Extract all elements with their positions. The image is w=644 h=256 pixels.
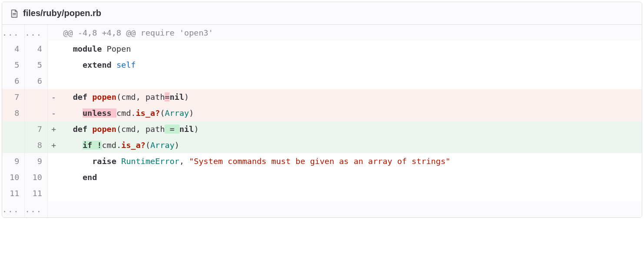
inline-diff-removed: unless — [83, 108, 116, 118]
keyword: raise — [92, 157, 116, 166]
text: ) — [194, 125, 199, 134]
diff-line-added: 7 + def popen(cmd, path = nil) — [2, 121, 642, 137]
old-line-number[interactable]: 6 — [2, 73, 25, 89]
new-line-number[interactable]: 8 — [25, 137, 47, 153]
keyword: unless — [83, 108, 112, 118]
text: ) — [175, 141, 179, 150]
method: is_a? — [136, 108, 160, 118]
new-line-number[interactable]: 9 — [25, 153, 47, 169]
new-line-number[interactable] — [25, 89, 47, 105]
inline-diff-added: if ! — [83, 141, 102, 150]
diff-line: 6 6 — [2, 73, 642, 89]
text: ) — [184, 92, 189, 102]
function-name: popen — [92, 125, 116, 134]
file-header[interactable]: files/ruby/popen.rb — [2, 2, 642, 25]
keyword: nil — [169, 92, 184, 102]
diff-table: ... ... @@ -4,8 +4,8 @@ require 'open3' … — [2, 25, 642, 217]
keyword: end — [83, 173, 97, 182]
string-literal: "System commands must be given as an arr… — [189, 157, 450, 166]
sign-cell: - — [47, 89, 57, 105]
old-line-number[interactable]: 11 — [2, 185, 25, 201]
text: (cmd, path — [116, 125, 165, 134]
expand-button[interactable]: ... — [25, 201, 47, 217]
old-line-number[interactable]: 7 — [2, 89, 25, 105]
diff-line: 11 11 — [2, 185, 642, 201]
text: (cmd, path — [116, 92, 165, 102]
new-line-number[interactable]: 4 — [25, 41, 47, 57]
keyword: nil — [179, 125, 194, 134]
old-line-number[interactable]: 8 — [2, 105, 25, 121]
new-line-number[interactable]: 11 — [25, 185, 47, 201]
text: . — [116, 141, 121, 150]
class-name: RuntimeError — [121, 157, 179, 166]
code-cell: extend self — [57, 57, 641, 73]
sign-cell — [47, 153, 57, 169]
new-line-number[interactable]: 5 — [25, 57, 47, 73]
code-cell — [57, 185, 641, 201]
diff-line: 4 4 module Popen — [2, 41, 642, 57]
class-name: Array — [150, 141, 175, 150]
hunk-header: @@ -4,8 +4,8 @@ require 'open3' — [57, 25, 641, 41]
sign-cell — [47, 25, 57, 41]
diff-line-added: 8 + if !cmd.is_a?(Array) — [2, 137, 642, 153]
new-line-number[interactable]: 6 — [25, 73, 47, 89]
keyword: if ! — [83, 141, 102, 150]
inline-diff-added: = — [165, 125, 179, 134]
keyword: extend — [83, 60, 112, 69]
class-name: Array — [165, 108, 189, 118]
text: cmd — [116, 108, 131, 118]
text: cmd — [102, 141, 116, 150]
diff-file: files/ruby/popen.rb ... ... @@ -4,8 +4,8… — [2, 2, 642, 218]
old-line-number[interactable]: 9 — [2, 153, 25, 169]
expand-button[interactable]: ... — [25, 25, 47, 41]
code-cell: if !cmd.is_a?(Array) — [57, 137, 641, 153]
old-line-number[interactable] — [2, 121, 25, 137]
keyword: module — [73, 44, 102, 53]
text: ( — [160, 108, 165, 118]
expand-button[interactable]: ... — [2, 201, 25, 217]
old-line-number[interactable]: 5 — [2, 57, 25, 73]
document-icon — [10, 9, 19, 18]
text: , — [179, 157, 189, 166]
old-line-number[interactable] — [2, 137, 25, 153]
expand-button[interactable]: ... — [2, 25, 25, 41]
self-token: self — [116, 60, 136, 69]
file-path: files/ruby/popen.rb — [23, 8, 101, 18]
code-cell: unless cmd.is_a?(Array) — [57, 105, 641, 121]
sign-cell: + — [47, 137, 57, 153]
hunk-footer-row: ... ... — [2, 201, 642, 217]
sign-cell — [47, 169, 57, 185]
code-cell — [57, 73, 641, 89]
text: Popen — [102, 44, 131, 53]
sign-cell — [47, 201, 57, 217]
diff-line-removed: 8 - unless cmd.is_a?(Array) — [2, 105, 642, 121]
text: . — [131, 108, 136, 118]
sign-cell — [47, 73, 57, 89]
diff-line-removed: 7 - def popen(cmd, path=nil) — [2, 89, 642, 105]
code-cell: def popen(cmd, path = nil) — [57, 121, 641, 137]
diff-line: 9 9 raise RuntimeError, "System commands… — [2, 153, 642, 169]
hunk-header-row: ... ... @@ -4,8 +4,8 @@ require 'open3' — [2, 25, 642, 41]
old-line-number[interactable]: 4 — [2, 41, 25, 57]
new-line-number[interactable] — [25, 105, 47, 121]
new-line-number[interactable]: 10 — [25, 169, 47, 185]
sign-cell — [47, 57, 57, 73]
sign-cell — [47, 185, 57, 201]
method: is_a? — [121, 141, 146, 150]
text — [112, 108, 116, 118]
sign-cell: - — [47, 105, 57, 121]
function-name: popen — [92, 92, 116, 102]
code-cell: module Popen — [57, 41, 641, 57]
sign-cell — [47, 41, 57, 57]
new-line-number[interactable]: 7 — [25, 121, 47, 137]
code-cell: raise RuntimeError, "System commands mus… — [57, 153, 641, 169]
diff-line: 10 10 end — [2, 169, 642, 185]
inline-diff-removed: = — [165, 92, 169, 102]
old-line-number[interactable]: 10 — [2, 169, 25, 185]
keyword: def — [73, 125, 87, 134]
code-cell: end — [57, 169, 641, 185]
code-cell: def popen(cmd, path=nil) — [57, 89, 641, 105]
code-cell — [57, 201, 641, 217]
keyword: def — [73, 92, 87, 102]
text: ( — [146, 141, 150, 150]
